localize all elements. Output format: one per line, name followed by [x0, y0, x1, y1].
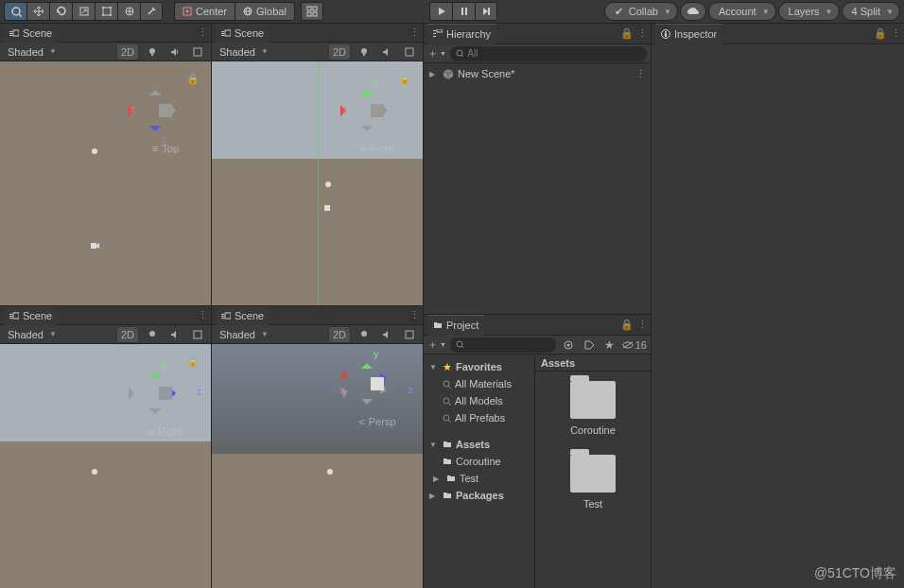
lock-icon[interactable]: 🔒: [874, 27, 887, 40]
space-button[interactable]: Global: [235, 2, 295, 21]
fx-dropdown[interactable]: [400, 43, 419, 61]
project-tab[interactable]: Project: [427, 315, 484, 336]
viewport-canvas[interactable]: 🔒 x y ≡Front: [212, 61, 423, 305]
lock-icon[interactable]: 🔒: [620, 319, 634, 331]
lighting-toggle[interactable]: [355, 43, 374, 61]
svg-rect-39: [9, 314, 12, 315]
orientation-gizmo[interactable]: x y: [349, 82, 406, 139]
scene-root-row[interactable]: ▶ New Scene* ⋮: [424, 65, 651, 82]
hierarchy-search[interactable]: [450, 46, 647, 61]
orientation-gizmo[interactable]: x z: [137, 82, 194, 139]
asset-folder[interactable]: Coroutine: [570, 381, 616, 436]
folder-row[interactable]: ▶Test: [424, 470, 534, 487]
expand-icon[interactable]: ▶: [429, 70, 439, 78]
audio-toggle[interactable]: [165, 43, 184, 61]
lighting-toggle[interactable]: [143, 326, 162, 343]
pivot-button[interactable]: Center: [174, 2, 235, 21]
inspector-tab[interactable]: Inspector: [655, 24, 722, 44]
2d-toggle[interactable]: 2D: [116, 43, 139, 61]
project-search[interactable]: [450, 337, 556, 353]
2d-toggle[interactable]: 2D: [328, 43, 351, 61]
shading-dropdown[interactable]: Shaded▼: [216, 46, 272, 58]
asset-folder[interactable]: Test: [570, 455, 616, 510]
favorite-item[interactable]: All Materials: [424, 375, 534, 392]
2d-toggle[interactable]: 2D: [116, 326, 139, 343]
scene-menu-icon[interactable]: ⋮: [635, 68, 645, 80]
light-gizmo-icon[interactable]: [90, 467, 99, 476]
scene-tab[interactable]: Scene: [216, 306, 269, 326]
lock-icon[interactable]: 🔒: [620, 27, 634, 40]
create-dropdown[interactable]: ＋▼: [427, 337, 446, 354]
favorite-icon[interactable]: ★: [601, 337, 618, 353]
create-dropdown[interactable]: ＋▼: [427, 45, 446, 62]
viewport-canvas[interactable]: 🔒 x z ≡Top: [0, 61, 211, 305]
packages-row[interactable]: ▶Packages: [424, 487, 534, 504]
fx-dropdown[interactable]: [188, 326, 207, 343]
light-gizmo-icon[interactable]: [325, 467, 335, 476]
collab-dropdown[interactable]: ✔ Collab ▼: [604, 2, 678, 21]
svg-rect-14: [307, 7, 311, 10]
lighting-toggle[interactable]: [355, 326, 374, 343]
audio-icon: [170, 47, 180, 57]
scale-tool-button[interactable]: [72, 2, 95, 21]
folder-row[interactable]: Coroutine: [424, 453, 534, 470]
favorites-row[interactable]: ▼★Favorites: [424, 358, 534, 375]
pause-button[interactable]: [452, 2, 475, 21]
lighting-toggle[interactable]: [143, 43, 162, 61]
scene-tab[interactable]: Scene: [4, 306, 58, 326]
light-gizmo-icon[interactable]: [323, 180, 333, 189]
transform-tool-button[interactable]: [117, 2, 140, 21]
shading-dropdown[interactable]: Shaded▼: [216, 329, 272, 340]
hierarchy-tab[interactable]: Hierarchy: [427, 24, 496, 44]
panel-menu-icon[interactable]: ⋮: [637, 27, 647, 40]
favorite-item[interactable]: All Models: [424, 392, 534, 409]
rect-tool-button[interactable]: [95, 2, 117, 21]
custom-tool-button[interactable]: [140, 2, 163, 21]
scene-tab[interactable]: Scene: [4, 24, 58, 43]
account-dropdown[interactable]: Account ▼: [708, 2, 776, 21]
assets-row[interactable]: ▼Assets: [424, 436, 534, 453]
panel-menu-icon[interactable]: ⋮: [891, 27, 900, 40]
rotate-tool-button[interactable]: [49, 2, 72, 21]
viewport-canvas[interactable]: x y z <Persp: [212, 344, 423, 588]
favorite-item[interactable]: All Prefabs: [424, 409, 534, 426]
fx-dropdown[interactable]: [400, 326, 419, 343]
svg-rect-17: [313, 12, 317, 16]
audio-toggle[interactable]: [165, 326, 184, 343]
panel-menu-icon[interactable]: ⋮: [198, 26, 207, 39]
cloud-button[interactable]: [680, 2, 706, 21]
fx-dropdown[interactable]: [188, 43, 207, 61]
panel-menu-icon[interactable]: ⋮: [409, 309, 419, 321]
hidden-count[interactable]: 16: [622, 337, 647, 353]
scene-tab[interactable]: Scene: [216, 24, 269, 43]
project-breadcrumb[interactable]: Assets: [535, 355, 651, 372]
light-gizmo-icon[interactable]: [90, 147, 99, 156]
search-input[interactable]: [467, 48, 641, 59]
panel-menu-icon[interactable]: ⋮: [637, 319, 647, 331]
snap-button[interactable]: [301, 2, 323, 21]
search-input[interactable]: [467, 339, 550, 350]
play-button[interactable]: [429, 2, 452, 21]
svg-rect-72: [665, 33, 667, 37]
audio-toggle[interactable]: [377, 326, 396, 343]
panel-menu-icon[interactable]: ⋮: [409, 26, 419, 39]
camera-gizmo-icon[interactable]: [323, 203, 333, 213]
svg-rect-3: [103, 8, 111, 15]
layout-dropdown[interactable]: 4 Split ▼: [842, 2, 901, 21]
svg-point-4: [102, 7, 104, 9]
orientation-gizmo[interactable]: x y z: [349, 355, 406, 412]
shading-dropdown[interactable]: Shaded▼: [4, 329, 61, 340]
orientation-gizmo[interactable]: y z: [137, 365, 194, 422]
filter-label-icon[interactable]: [581, 337, 598, 353]
audio-toggle[interactable]: [377, 43, 396, 61]
viewport-canvas[interactable]: 🔒 y z ≡Right: [0, 344, 211, 588]
shading-dropdown[interactable]: Shaded▼: [4, 46, 61, 58]
2d-toggle[interactable]: 2D: [328, 326, 351, 343]
hand-tool-button[interactable]: [4, 2, 26, 21]
step-button[interactable]: [475, 2, 497, 21]
move-tool-button[interactable]: [26, 2, 49, 21]
layers-dropdown[interactable]: Layers ▼: [778, 2, 840, 21]
camera-gizmo-icon[interactable]: [90, 241, 99, 251]
panel-menu-icon[interactable]: ⋮: [198, 309, 207, 321]
filter-type-icon[interactable]: [560, 337, 577, 353]
